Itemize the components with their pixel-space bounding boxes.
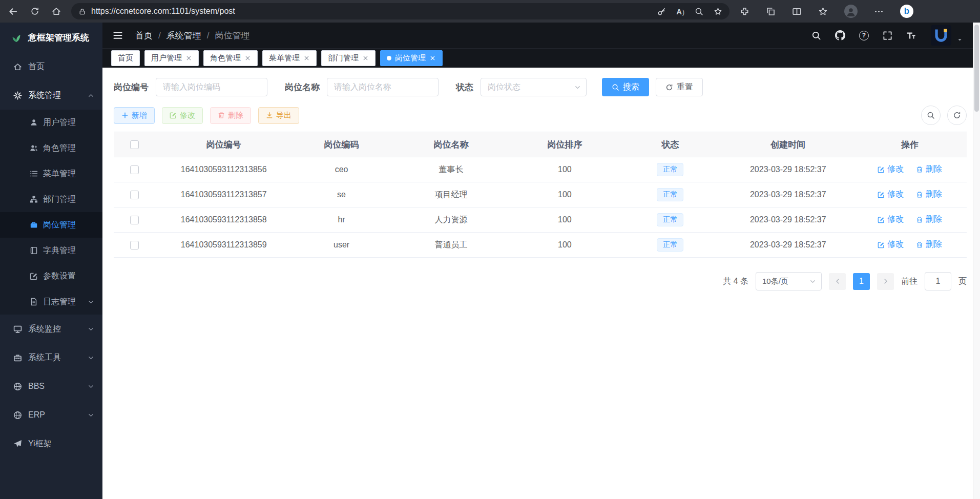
table-row[interactable]: 1641030593112313857 se 项目经理 100 正常 2023-… — [114, 182, 967, 207]
bing-logo[interactable]: b — [900, 5, 913, 18]
row-checkbox[interactable] — [130, 191, 139, 199]
extensions-puzzle-icon[interactable] — [740, 7, 749, 16]
sidebar-toggle-button[interactable] — [113, 30, 123, 40]
sidebar-item-menus[interactable]: 菜单管理 — [0, 161, 102, 186]
close-icon[interactable] — [303, 55, 310, 61]
font-size-button[interactable] — [906, 31, 916, 40]
fullscreen-button[interactable] — [883, 31, 892, 40]
page-scrollbar[interactable] — [973, 23, 980, 499]
sidebar-item-posts[interactable]: 岗位管理 — [0, 212, 102, 238]
collections-icon[interactable] — [766, 7, 776, 16]
export-button[interactable]: 导出 — [258, 107, 299, 124]
sidebar-item-departments[interactable]: 部门管理 — [0, 186, 102, 212]
tab-role-management[interactable]: 角色管理 — [203, 50, 258, 66]
table-row[interactable]: 1641030593112313856 ceo 董事长 100 正常 2023-… — [114, 157, 967, 182]
avatar-dropdown-caret-icon[interactable] — [957, 37, 963, 43]
sidebar-item-home[interactable]: 首页 — [0, 52, 102, 81]
browser-settings-menu-icon[interactable] — [874, 7, 884, 16]
toggle-search-button[interactable] — [921, 106, 941, 125]
lock-icon — [78, 8, 86, 15]
sidebar-item-tools[interactable]: 系统工具 — [0, 343, 102, 372]
page-size-select[interactable]: 10条/页 — [756, 272, 822, 290]
tab-post-management[interactable]: 岗位管理 — [380, 50, 443, 66]
row-delete-link[interactable]: 删除 — [916, 239, 942, 250]
github-link[interactable] — [835, 30, 845, 40]
browser-profile-avatar[interactable] — [844, 5, 858, 18]
sidebar-item-label: 系统监控 — [28, 324, 61, 335]
sidebar-item-yi-framework[interactable]: Yi框架 — [0, 429, 102, 458]
cell-created: 2023-03-29 18:52:37 — [723, 207, 853, 233]
row-checkbox[interactable] — [130, 216, 139, 224]
close-icon[interactable] — [429, 55, 436, 61]
sidebar-item-roles[interactable]: 角色管理 — [0, 135, 102, 161]
browser-home-button[interactable] — [52, 7, 61, 16]
row-checkbox[interactable] — [130, 165, 139, 174]
row-edit-link[interactable]: 修改 — [878, 189, 904, 200]
scrollbar-thumb[interactable] — [974, 25, 979, 112]
add-button[interactable]: 新增 — [114, 107, 155, 124]
tab-menu-management[interactable]: 菜单管理 — [262, 50, 317, 66]
sidebar-item-parameters[interactable]: 参数设置 — [0, 263, 102, 289]
sidebar-item-bbs[interactable]: BBS — [0, 372, 102, 401]
tab-user-management[interactable]: 用户管理 — [144, 50, 199, 66]
sidebar-item-erp[interactable]: ERP — [0, 401, 102, 429]
goto-page-input[interactable] — [925, 272, 951, 290]
url-text[interactable]: https://ccnetcore.com:1101/system/post — [91, 7, 235, 16]
close-icon[interactable] — [244, 55, 251, 61]
user-avatar[interactable] — [931, 25, 951, 46]
read-aloud-icon[interactable]: A — [676, 7, 684, 16]
tab-home[interactable]: 首页 — [111, 50, 140, 66]
sidebar-item-label: 日志管理 — [43, 297, 76, 307]
browser-refresh-button[interactable] — [30, 7, 39, 16]
post-name-input[interactable] — [327, 78, 439, 96]
split-screen-icon[interactable] — [792, 7, 802, 16]
row-edit-link[interactable]: 修改 — [878, 239, 904, 250]
sidebar-item-monitoring[interactable]: 系统监控 — [0, 315, 102, 343]
zoom-icon[interactable] — [695, 7, 703, 16]
favorites-star-icon[interactable] — [818, 7, 828, 16]
sidebar-item-users[interactable]: 用户管理 — [0, 110, 102, 135]
sidebar-item-label: 参数设置 — [43, 271, 76, 282]
post-table: 岗位编号 岗位编码 岗位名称 岗位排序 状态 创建时间 操作 164103059… — [114, 132, 967, 258]
system-submenu: 用户管理 角色管理 菜单管理 部门管理 岗位管理 字典管理 — [0, 110, 102, 315]
search-button[interactable]: 搜索 — [602, 78, 649, 96]
post-code-input[interactable] — [156, 78, 267, 96]
sidebar-item-dictionary[interactable]: 字典管理 — [0, 238, 102, 263]
search-icon — [811, 31, 821, 40]
page-number-1[interactable]: 1 — [853, 273, 870, 290]
refresh-icon — [665, 84, 673, 91]
reset-button[interactable]: 重置 — [656, 78, 703, 96]
row-delete-link[interactable]: 删除 — [916, 164, 942, 175]
row-edit-link[interactable]: 修改 — [878, 164, 904, 175]
row-edit-link[interactable]: 修改 — [878, 214, 904, 225]
sidebar-item-logs[interactable]: 日志管理 — [0, 289, 102, 315]
delete-button[interactable]: 删除 — [210, 107, 251, 124]
row-checkbox[interactable] — [130, 241, 139, 249]
table-row[interactable]: 1641030593112313859 user 普通员工 100 正常 202… — [114, 233, 967, 258]
breadcrumb-system[interactable]: 系统管理 — [166, 30, 215, 41]
breadcrumb-home[interactable]: 首页 — [135, 30, 166, 41]
close-icon[interactable] — [185, 55, 192, 61]
row-edit-label: 修改 — [887, 214, 904, 225]
table-toolbar: 新增 修改 删除 导出 — [114, 106, 967, 125]
row-delete-link[interactable]: 删除 — [916, 214, 942, 225]
address-bar[interactable]: https://ccnetcore.com:1101/system/post A — [71, 3, 729, 19]
chevron-right-icon — [882, 278, 889, 285]
table-row[interactable]: 1641030593112313858 hr 人力资源 100 正常 2023-… — [114, 207, 967, 233]
row-delete-link[interactable]: 删除 — [916, 189, 942, 200]
prev-page-button[interactable] — [829, 273, 846, 290]
sidebar-item-system[interactable]: 系统管理 — [0, 81, 102, 110]
password-key-icon[interactable] — [657, 7, 666, 16]
app-logo[interactable]: 意框架管理系统 — [0, 23, 102, 52]
browser-back-button[interactable] — [8, 7, 18, 16]
add-favorite-star-icon[interactable] — [714, 7, 722, 16]
header-search-button[interactable] — [811, 31, 821, 40]
close-icon[interactable] — [362, 55, 369, 61]
tab-department-management[interactable]: 部门管理 — [321, 50, 376, 66]
next-page-button[interactable] — [877, 273, 894, 290]
refresh-table-button[interactable] — [947, 106, 967, 125]
help-button[interactable]: ? — [859, 31, 869, 40]
select-all-checkbox[interactable] — [130, 140, 139, 149]
status-select[interactable]: 岗位状态 — [481, 78, 587, 96]
edit-button[interactable]: 修改 — [162, 107, 203, 124]
